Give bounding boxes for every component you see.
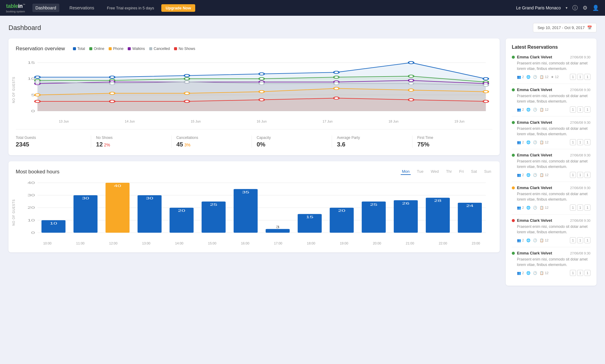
res-description: Praesent enim nisi, commodo sit dolar am…: [512, 61, 590, 71]
res-tag: 1: [577, 270, 583, 276]
info-icon[interactable]: ⓘ: [572, 4, 578, 11]
day-tab-sat[interactable]: Sat: [470, 169, 478, 175]
legend-dot: [128, 47, 131, 50]
reservation-overview-card: Reservation overview TotalOnlinePhoneWal…: [8, 38, 500, 155]
reservation-item[interactable]: Emma Clark Velvet 27/06/08 9:30 Praesent…: [512, 87, 590, 116]
date-range-button[interactable]: Sep 10, 2017 - Oct 9, 2017 📅: [533, 23, 597, 32]
res-name: Emma Clark Velvet: [517, 218, 552, 223]
reservations-list: Emma Clark Velvet 27/06/08 9:30 Praesent…: [512, 55, 590, 280]
svg-point-47: [409, 82, 414, 85]
y-axis-label: NO OF GUESTS: [12, 77, 15, 103]
res-name: Emma Clark Velvet: [517, 185, 552, 190]
res-tags: 111: [570, 139, 590, 145]
guests-icon-item: 👥 2: [517, 75, 524, 79]
legend-label: Cancelled: [154, 47, 170, 51]
svg-point-19: [409, 61, 414, 64]
clock-icon-item: 🕐: [533, 271, 537, 275]
user-icon[interactable]: 👤: [592, 5, 599, 11]
svg-point-33: [409, 89, 414, 91]
line-chart-wrap: 051015: [31, 57, 492, 117]
reservation-item[interactable]: Emma Clark Velvet 27/06/08 9:30 Praesent…: [512, 251, 590, 280]
logo-sub: booking system: [6, 10, 25, 13]
res-tag: 1: [570, 172, 576, 178]
bar-x-label: 11:00: [64, 241, 97, 245]
reservation-item[interactable]: Emma Clark Velvet 27/06/08 9:30 Praesent…: [512, 55, 590, 84]
reservation-item[interactable]: Emma Clark Velvet 27/06/08 9:30 Praesent…: [512, 153, 590, 182]
res-status-dot: [512, 154, 515, 157]
svg-rect-90: [426, 198, 450, 233]
reservation-item[interactable]: Emma Clark Velvet 27/06/08 9:30 Praesent…: [512, 120, 590, 149]
globe-icon-item: 🌐: [526, 206, 531, 210]
svg-point-17: [259, 73, 264, 75]
day-tab-fri[interactable]: Fri: [458, 169, 465, 175]
legend-item-cancelled: Cancelled: [149, 47, 170, 51]
chevron-down-icon: ▾: [566, 6, 567, 10]
legend-dot: [174, 47, 177, 50]
x-axis-labels: 13 Jun14 Jun15 Jun16 Jun17 Jun18 Jun19 J…: [31, 120, 492, 123]
stat-item: Capacity0%: [252, 136, 332, 148]
legend-label: Phone: [113, 47, 124, 51]
res-header: Emma Clark Velvet 27/06/08 9:30: [512, 120, 590, 125]
legend-item-no shows: No Shows: [174, 47, 195, 51]
nav-dashboard[interactable]: Dashboard: [32, 4, 59, 12]
svg-rect-72: [137, 195, 161, 233]
stat-label: Capacity: [257, 136, 327, 140]
day-tab-mon[interactable]: Mon: [401, 169, 411, 175]
globe-icon-item: 🌐: [526, 75, 531, 79]
res-header: Emma Clark Velvet 27/06/08 9:30: [512, 153, 590, 157]
stat-label: No Shows: [96, 136, 166, 140]
day-tab-thr[interactable]: Thr: [445, 169, 453, 175]
res-header: Emma Clark Velvet 27/06/08 9:30: [512, 55, 590, 59]
nav-reservations[interactable]: Reservations: [67, 4, 97, 12]
settings-icon[interactable]: ⚙: [583, 5, 587, 11]
svg-point-55: [483, 100, 488, 103]
upgrade-button[interactable]: Upgrade Now: [161, 4, 195, 12]
res-icons-row: 👥 2 🌐 🕐 📋 12 111: [512, 172, 590, 178]
svg-text:10: 10: [28, 219, 35, 222]
svg-text:20: 20: [28, 206, 35, 210]
trial-text: Free Trial expires in 5 days: [107, 6, 154, 10]
star-icon-item: ★ 12: [551, 75, 558, 79]
svg-point-20: [483, 77, 488, 80]
globe-icon-item: 🌐: [526, 271, 531, 275]
stat-value: 2345: [16, 141, 86, 148]
svg-text:20: 20: [178, 209, 185, 213]
svg-text:15: 15: [28, 61, 35, 64]
svg-point-54: [409, 99, 414, 101]
res-header: Emma Clark Velvet 27/06/08 9:30: [512, 87, 590, 92]
res-tag: 1: [584, 139, 590, 145]
res-status-dot: [512, 186, 515, 189]
day-tab-tue[interactable]: Tue: [416, 169, 425, 175]
res-status-dot: [512, 121, 515, 124]
res-tag: 1: [570, 139, 576, 145]
guests-icon-item: 👥 2: [517, 206, 524, 210]
legend-item-walkins: Walkins: [128, 47, 145, 51]
stats-row: Total Guests2345No Shows122%Cancellation…: [16, 129, 492, 148]
day-tab-wed[interactable]: Wed: [429, 169, 440, 175]
bar-x-label: 13:00: [130, 241, 163, 245]
reservation-item[interactable]: Emma Clark Velvet 27/06/08 9:30 Praesent…: [512, 185, 590, 215]
svg-text:28: 28: [434, 199, 441, 203]
x-axis-label: 18 Jun: [360, 120, 426, 123]
day-tab-sun[interactable]: Sun: [483, 169, 492, 175]
res-name-wrap: Emma Clark Velvet: [512, 218, 552, 223]
stat-label: Cancellations: [176, 136, 247, 140]
res-name-wrap: Emma Clark Velvet: [512, 87, 552, 92]
x-axis-label: 14 Jun: [97, 120, 163, 123]
svg-point-50: [110, 100, 115, 103]
svg-point-15: [110, 76, 115, 78]
calendar-icon-item: 📋 12: [540, 75, 548, 79]
x-axis-label: 17 Jun: [294, 120, 360, 123]
svg-text:24: 24: [466, 204, 473, 208]
svg-text:3: 3: [276, 225, 279, 229]
svg-point-18: [334, 71, 339, 74]
res-status-dot: [512, 252, 515, 255]
res-icons-row: 👥 2 🌐 🕐 📋 12 111: [512, 270, 590, 276]
res-tag: 1: [584, 270, 590, 276]
reservation-item[interactable]: Emma Clark Velvet 27/06/08 9:30 Praesent…: [512, 218, 590, 247]
right-column: Latest Reservations Emma Clark Velvet 27…: [506, 38, 597, 286]
res-header: Emma Clark Velvet 27/06/08 9:30: [512, 218, 590, 223]
main-layout: Reservation overview TotalOnlinePhoneWal…: [8, 38, 597, 286]
legend-label: No Shows: [179, 47, 195, 51]
res-tags: 111: [570, 172, 590, 178]
